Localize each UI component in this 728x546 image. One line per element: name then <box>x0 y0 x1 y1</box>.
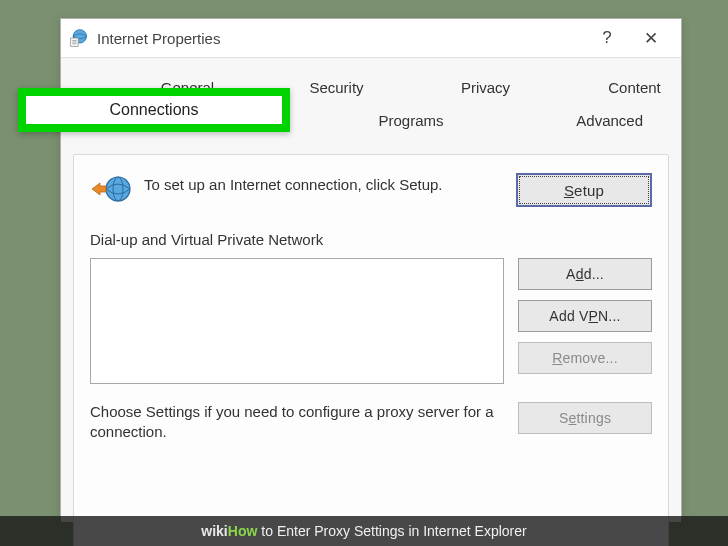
highlight-connections: Connections <box>18 88 290 132</box>
tab-privacy[interactable]: Privacy <box>411 72 560 103</box>
settings-row: Choose Settings if you need to configure… <box>90 402 652 443</box>
setup-text: To set up an Internet connection, click … <box>144 173 504 195</box>
caption-text: to Enter Proxy Settings in Internet Expl… <box>261 523 526 539</box>
setup-button-label: Setup <box>564 182 604 199</box>
wikihow-logo: wikiHow <box>201 523 257 539</box>
connections-panel: To set up an Internet connection, click … <box>73 154 669 546</box>
tab-advanced[interactable]: Advanced <box>510 105 709 136</box>
tab-content[interactable]: Content <box>560 72 709 103</box>
settings-button: Settings <box>518 402 652 434</box>
add-vpn-button[interactable]: Add VPN... <box>518 300 652 332</box>
vpn-row: Add... Add VPN... Remove... <box>90 258 652 384</box>
help-button[interactable]: ? <box>585 28 629 48</box>
titlebar: Internet Properties ? ✕ <box>61 19 681 58</box>
setup-button[interactable]: Setup <box>516 173 652 207</box>
caption-bar: wikiHow to Enter Proxy Settings in Inter… <box>0 516 728 546</box>
add-button[interactable]: Add... <box>518 258 652 290</box>
connections-listbox[interactable] <box>90 258 504 384</box>
close-button[interactable]: ✕ <box>629 28 673 49</box>
tab-programs[interactable]: Programs <box>312 105 511 136</box>
setup-row: To set up an Internet connection, click … <box>90 173 652 207</box>
add-button-label: Add... <box>566 266 604 282</box>
vpn-button-column: Add... Add VPN... Remove... <box>518 258 652 374</box>
tab-connections[interactable]: Connections <box>26 96 282 124</box>
settings-button-label: Settings <box>559 410 611 426</box>
dialup-section-label: Dial-up and Virtual Private Network <box>90 231 652 248</box>
connection-wizard-icon <box>90 173 132 207</box>
window-title: Internet Properties <box>97 30 585 47</box>
svg-point-5 <box>106 177 130 201</box>
settings-text: Choose Settings if you need to configure… <box>90 402 504 443</box>
add-vpn-button-label: Add VPN... <box>549 308 620 324</box>
remove-button: Remove... <box>518 342 652 374</box>
internet-options-icon <box>69 28 89 48</box>
remove-button-label: Remove... <box>552 350 618 366</box>
